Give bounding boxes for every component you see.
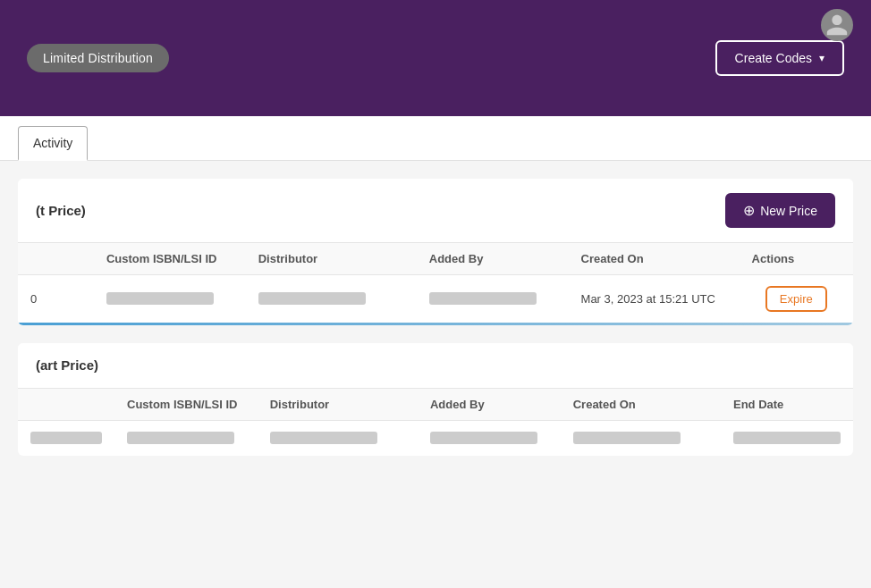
- created2-blurred: [573, 432, 681, 444]
- row-distributor: [246, 275, 417, 323]
- dist2-blurred: [270, 432, 377, 444]
- added2-blurred: [430, 432, 537, 444]
- expire-button[interactable]: Expire: [765, 286, 827, 312]
- row2-created: [561, 421, 721, 457]
- col-header-distributor: Distributor: [246, 243, 417, 275]
- row2-col0: [18, 421, 114, 457]
- row2-isbn: [114, 421, 258, 457]
- plus-circle-icon: ⊕: [743, 202, 755, 219]
- section-block-1: (t Price) ⊕ New Price Custom ISBN/LSI ID…: [18, 179, 853, 325]
- isbn-blurred: [106, 292, 214, 305]
- row2-added: [418, 421, 561, 457]
- col-header-price: [18, 243, 94, 275]
- row2-distributor: [258, 421, 418, 457]
- col2-header-distributor: Distributor: [258, 389, 418, 421]
- main-content: (t Price) ⊕ New Price Custom ISBN/LSI ID…: [0, 161, 871, 588]
- distributor-blurred: [258, 292, 366, 305]
- section2-table: Custom ISBN/LSI ID Distributor Added By …: [18, 388, 853, 456]
- table-header-row-2: Custom ISBN/LSI ID Distributor Added By …: [18, 389, 853, 421]
- row-col0: 0: [18, 275, 94, 323]
- row-isbn: [94, 275, 246, 323]
- col-header-isbn: Custom ISBN/LSI ID: [94, 243, 246, 275]
- col-header-created: Created On: [569, 243, 740, 275]
- enddate2-blurred: [733, 432, 841, 444]
- col2-header-added: Added By: [418, 389, 561, 421]
- col2-header-isbn: Custom ISBN/LSI ID: [114, 389, 258, 421]
- section1-table: Custom ISBN/LSI ID Distributor Added By …: [18, 242, 853, 323]
- row2-enddate: [721, 421, 853, 457]
- new-price-button[interactable]: ⊕ New Price: [725, 193, 835, 228]
- section-header-2: (art Price): [18, 343, 853, 388]
- col0-blurred: [30, 432, 102, 444]
- col-header-added: Added By: [417, 243, 569, 275]
- table-row-2: [18, 421, 853, 457]
- row-added: [417, 275, 569, 323]
- header-right: Create Codes ▾: [715, 40, 844, 76]
- header-bar: Limited Distribution Create Codes ▾: [0, 0, 871, 116]
- isbn2-blurred: [127, 432, 234, 444]
- create-codes-button[interactable]: Create Codes ▾: [715, 40, 844, 76]
- avatar[interactable]: [821, 9, 853, 41]
- limited-distribution-badge: Limited Distribution: [27, 44, 169, 72]
- table-row: 0 Mar 3, 2023 at 15:21 UTC Expire: [18, 275, 853, 323]
- section-divider: [18, 323, 853, 325]
- col2-header-price: [18, 389, 114, 421]
- addedby-blurred: [429, 292, 537, 305]
- tab-activity[interactable]: Activity: [18, 126, 88, 161]
- col2-header-enddate: End Date: [721, 389, 853, 421]
- tabs-section: Activity: [0, 116, 871, 161]
- row-actions: Expire: [740, 275, 853, 323]
- col2-header-created: Created On: [561, 389, 721, 421]
- table-header-row: Custom ISBN/LSI ID Distributor Added By …: [18, 243, 853, 275]
- chevron-down-icon: ▾: [819, 52, 824, 64]
- section-block-2: (art Price) Custom ISBN/LSI ID Distribut…: [18, 343, 853, 456]
- section-header-1: (t Price) ⊕ New Price: [18, 179, 853, 242]
- new-price-label: New Price: [760, 204, 817, 218]
- section-title-2: (art Price): [36, 357, 98, 373]
- col-header-actions: Actions: [740, 243, 853, 275]
- section-title-1: (t Price): [36, 203, 86, 218]
- create-codes-label: Create Codes: [735, 51, 812, 65]
- row-created-on: Mar 3, 2023 at 15:21 UTC: [569, 275, 740, 323]
